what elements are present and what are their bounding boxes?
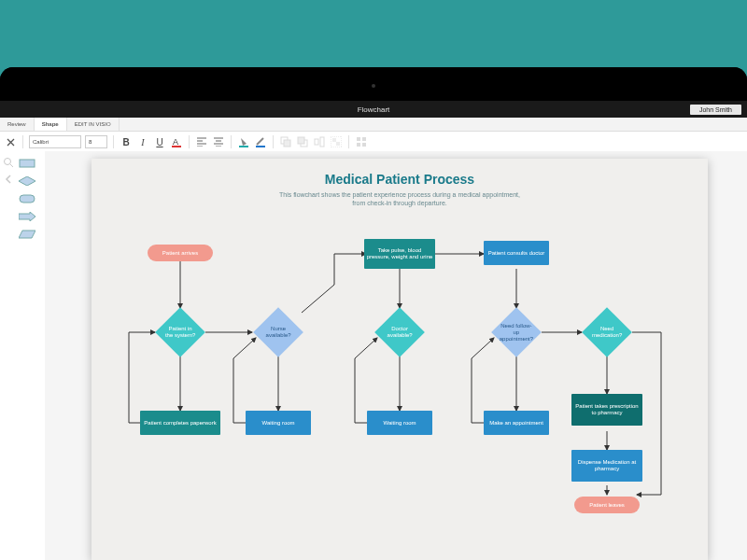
monitor-frame: Flowchart John Smith Review Shape EDIT I… xyxy=(0,67,747,560)
stencil-rect-icon[interactable] xyxy=(19,159,35,168)
toolbar-divider xyxy=(273,135,274,148)
node-patient-in-system[interactable]: Patient in the system? xyxy=(155,307,205,357)
svg-rect-13 xyxy=(357,137,360,141)
svg-rect-12 xyxy=(336,142,340,146)
fill-color-button[interactable] xyxy=(237,134,250,149)
close-icon[interactable] xyxy=(4,134,17,149)
node-start[interactable]: Patient arrives xyxy=(148,245,213,261)
diagram-page[interactable]: Medical Patient Process This flowchart s… xyxy=(92,159,708,560)
stencil-terminator-icon[interactable] xyxy=(19,194,35,203)
node-prescription[interactable]: Patient takes prescription to pharmacy xyxy=(571,394,642,426)
window-title: Flowchart xyxy=(0,105,747,114)
toolbar-divider xyxy=(22,135,23,148)
node-waiting-room-2[interactable]: Waiting room xyxy=(367,411,432,435)
svg-rect-11 xyxy=(332,138,336,142)
svg-point-17 xyxy=(5,159,11,165)
bring-forward-icon[interactable] xyxy=(279,134,292,149)
svg-rect-15 xyxy=(357,143,360,147)
toolbar-divider xyxy=(348,135,349,148)
node-make-appointment[interactable]: Make an appointment xyxy=(484,411,549,435)
font-size-select[interactable]: 8 xyxy=(85,135,107,148)
align-left-icon[interactable] xyxy=(195,134,208,149)
node-end[interactable]: Patient leaves xyxy=(574,497,640,513)
svg-text:A: A xyxy=(173,137,178,147)
bold-button[interactable]: B xyxy=(120,134,133,149)
svg-marker-21 xyxy=(19,212,35,221)
line-color-button[interactable] xyxy=(254,134,267,149)
svg-rect-14 xyxy=(362,137,366,141)
workspace: Medical Patient Process This flowchart s… xyxy=(0,151,747,560)
node-nurse-available[interactable]: Nurse available? xyxy=(253,307,303,357)
more-shapes-icon[interactable] xyxy=(355,134,368,149)
ribbon-tabs: Review Shape EDIT IN VISIO xyxy=(0,118,747,132)
node-vitals[interactable]: Take pulse, blood pressure, weight and u… xyxy=(364,239,435,269)
send-backward-icon[interactable] xyxy=(296,134,309,149)
node-waiting-room-1[interactable]: Waiting room xyxy=(246,411,311,435)
toolbar-divider xyxy=(231,135,232,148)
monitor-bezel xyxy=(0,67,747,101)
search-icon[interactable] xyxy=(3,155,14,166)
toolbar-divider xyxy=(189,135,190,148)
group-icon[interactable] xyxy=(330,134,343,149)
svg-rect-7 xyxy=(298,137,304,144)
svg-rect-1 xyxy=(172,146,181,147)
svg-rect-2 xyxy=(239,146,248,147)
align-objects-icon[interactable] xyxy=(313,134,326,149)
page-background: Flowchart John Smith Review Shape EDIT I… xyxy=(0,0,747,560)
node-consult[interactable]: Patient consults doctor xyxy=(484,241,549,265)
svg-rect-9 xyxy=(320,137,324,147)
svg-rect-16 xyxy=(362,143,366,147)
node-dispense[interactable]: Dispense Medication at pharmacy xyxy=(571,450,642,482)
title-bar: Flowchart John Smith xyxy=(0,101,747,118)
node-paperwork[interactable]: Patient completes paperwork xyxy=(140,411,220,435)
user-chip[interactable]: John Smith xyxy=(690,105,741,115)
italic-button[interactable]: I xyxy=(136,134,149,149)
tab-edit-visio[interactable]: EDIT IN VISIO xyxy=(67,118,120,131)
tab-review[interactable]: Review xyxy=(0,118,35,131)
svg-rect-3 xyxy=(256,146,265,147)
toolbar-divider xyxy=(113,135,114,148)
stencil-data-icon[interactable] xyxy=(19,230,35,239)
chevron-left-icon[interactable] xyxy=(3,172,14,183)
font-color-button[interactable]: A xyxy=(170,134,183,149)
underline-button[interactable]: U xyxy=(153,134,166,149)
diagram-title: Medical Patient Process xyxy=(92,159,708,187)
font-family-select[interactable]: Calibri xyxy=(29,135,81,148)
align-center-icon[interactable] xyxy=(212,134,225,149)
node-need-medication[interactable]: Need medication? xyxy=(582,307,632,357)
node-doctor-available[interactable]: Doctor available? xyxy=(374,307,425,357)
svg-rect-5 xyxy=(284,140,290,147)
stencil-diamond-icon[interactable] xyxy=(19,176,35,186)
toolbar: Calibri 8 B I U A xyxy=(0,132,747,153)
svg-rect-20 xyxy=(20,195,35,203)
diagram-subtitle: This flowchart shows the patient experie… xyxy=(278,190,521,207)
canvas[interactable]: Medical Patient Process This flowchart s… xyxy=(45,151,747,560)
stencil-arrow-icon[interactable] xyxy=(19,212,35,221)
node-followup[interactable]: Need follow-up appointment? xyxy=(491,307,542,357)
camera-dot xyxy=(372,84,375,88)
tab-shape[interactable]: Shape xyxy=(35,118,67,131)
svg-rect-18 xyxy=(20,160,35,167)
svg-marker-22 xyxy=(19,231,35,238)
svg-marker-19 xyxy=(19,176,35,186)
left-rail xyxy=(0,151,18,560)
svg-rect-8 xyxy=(315,139,318,145)
